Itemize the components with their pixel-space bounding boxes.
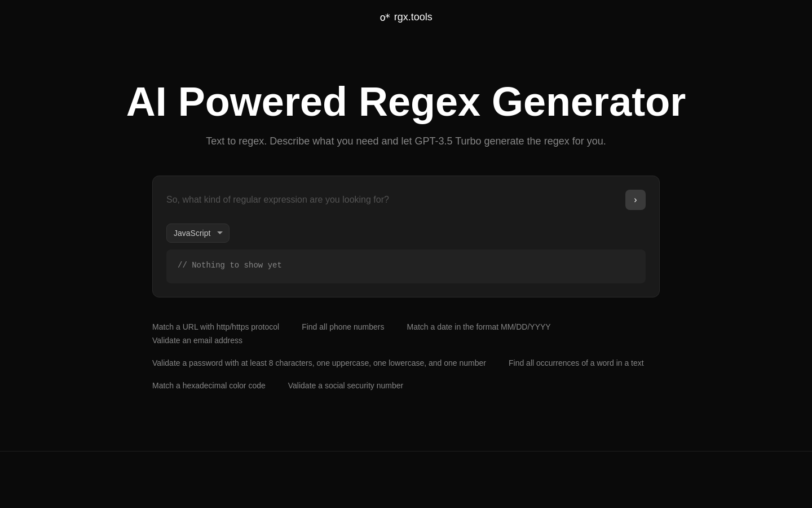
suggestion-item-s5[interactable]: Validate a password with at least 8 char…	[152, 356, 486, 370]
code-output: // Nothing to show yet	[166, 249, 646, 283]
suggestion-item-s2[interactable]: Find all phone numbers	[302, 320, 384, 334]
bottom-divider	[0, 451, 812, 452]
submit-button[interactable]: ›	[625, 190, 646, 210]
language-selector[interactable]: JavaScript Python Java PHP Go Ruby	[166, 224, 230, 243]
suggestion-item-s3[interactable]: Match a date in the format MM/DD/YYYY	[407, 320, 550, 334]
suggestion-item-s1[interactable]: Match a URL with http/https protocol	[152, 320, 279, 334]
suggestions-row-2: Validate a password with at least 8 char…	[152, 356, 660, 370]
suggestions-row-1: Match a URL with http/https protocol Fin…	[152, 320, 660, 347]
suggestion-item-s6[interactable]: Find all occurrences of a word in a text	[509, 356, 644, 370]
main-card: › JavaScript Python Java PHP Go Ruby // …	[0, 176, 812, 392]
suggestion-item-s4[interactable]: Validate an email address	[152, 334, 242, 347]
code-placeholder: // Nothing to show yet	[178, 261, 282, 270]
hero-subtitle: Text to regex. Describe what you need an…	[0, 135, 812, 147]
chevron-right-icon: ›	[634, 195, 637, 205]
navbar: o* rgx.tools	[0, 0, 812, 34]
logo-text: rgx.tools	[394, 11, 433, 23]
suggestions-row-3: Match a hexadecimal color code Validate …	[152, 379, 660, 392]
hero-section: AI Powered Regex Generator Text to regex…	[0, 34, 812, 176]
suggestion-item-s7[interactable]: Match a hexadecimal color code	[152, 379, 266, 392]
suggestion-item-s8[interactable]: Validate a social security number	[288, 379, 403, 392]
input-row: ›	[166, 190, 646, 210]
suggestions-section: Match a URL with http/https protocol Fin…	[152, 320, 660, 392]
page-title: AI Powered Regex Generator	[0, 80, 812, 124]
regex-description-input[interactable]	[166, 190, 619, 209]
logo-icon: o*	[379, 11, 390, 23]
